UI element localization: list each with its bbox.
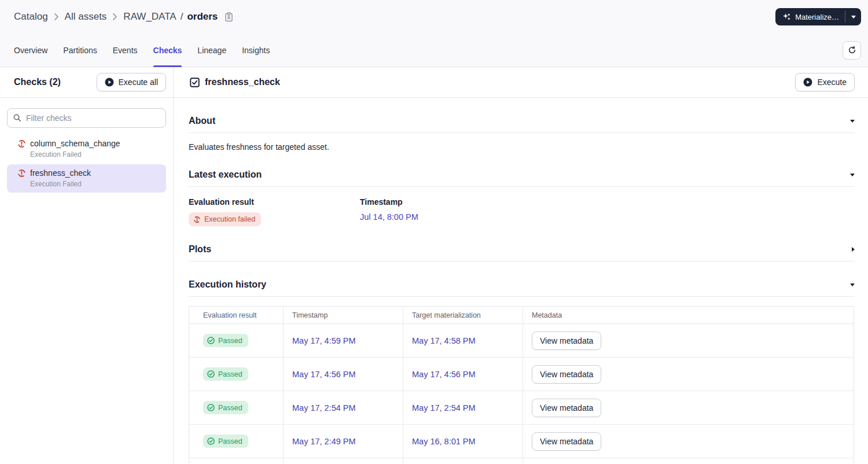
- play-icon: [105, 78, 114, 87]
- sparkle-icon: [782, 13, 791, 21]
- chevron-right-icon: [54, 13, 59, 21]
- check-item-status: Execution Failed: [17, 150, 161, 159]
- breadcrumb-row: Catalog All assets RAW_DATA / orders: [0, 0, 868, 34]
- breadcrumb-asset-name: orders: [187, 11, 218, 23]
- latest-timestamp-link[interactable]: Jul 14, 8:00 PM: [360, 212, 418, 222]
- table-header-row: Evaluation result Timestamp Target mater…: [189, 307, 854, 324]
- sidebar-item-freshness-check[interactable]: freshness_check Execution Failed: [7, 164, 166, 193]
- chevron-down-icon: [851, 16, 856, 19]
- breadcrumb: Catalog All assets RAW_DATA / orders: [14, 11, 233, 23]
- check-detail-header: freshness_check Execute: [174, 67, 868, 98]
- tab-overview[interactable]: Overview: [14, 34, 47, 67]
- breadcrumb-catalog[interactable]: Catalog: [14, 11, 48, 23]
- target-materialization-link[interactable]: May 17, 4:58 PM: [412, 336, 476, 345]
- execution-history-section-header: Execution history: [189, 279, 855, 290]
- check-circle-icon: [207, 404, 215, 411]
- execution-failed-badge-label: Execution failed: [204, 215, 255, 223]
- table-row-partial: [189, 458, 854, 463]
- sidebar-header: Checks (2) Execute all: [0, 67, 173, 98]
- evaluation-result-cell: Passed: [189, 391, 284, 424]
- passed-badge-label: Passed: [218, 337, 242, 345]
- about-heading: About: [189, 116, 215, 126]
- table-row: Passed May 17, 4:59 PM May 17, 4:58 PM V…: [189, 324, 854, 358]
- section-divider: [189, 186, 855, 187]
- view-metadata-button[interactable]: View metadata: [532, 332, 601, 350]
- check-item-name: column_schema_change: [30, 139, 120, 148]
- execute-all-label: Execute all: [119, 78, 158, 87]
- check-item-top: column_schema_change: [17, 139, 161, 148]
- column-header-target-materialization: Target materialization: [403, 307, 523, 323]
- checks-sidebar: Checks (2) Execute all: [0, 67, 174, 464]
- column-header-metadata: Metadata: [523, 307, 854, 323]
- column-header-timestamp: Timestamp: [284, 307, 403, 323]
- target-materialization-link[interactable]: May 17, 2:54 PM: [412, 403, 476, 413]
- plots-heading: Plots: [189, 244, 211, 255]
- latest-execution-grid: Evaluation result: [189, 197, 855, 226]
- filter-checks-input[interactable]: [7, 108, 166, 128]
- passed-badge: Passed: [203, 367, 248, 381]
- check-circle-icon: [207, 370, 215, 378]
- view-metadata-button[interactable]: View metadata: [532, 365, 601, 384]
- materialize-button-group: Materialize…: [775, 8, 861, 25]
- chevron-right-icon: [112, 13, 117, 21]
- latest-execution-section-header: Latest execution: [189, 170, 855, 180]
- timestamp-link[interactable]: May 17, 2:49 PM: [292, 437, 356, 446]
- app-root: Catalog All assets RAW_DATA / orders: [0, 0, 868, 464]
- chevron-down-icon[interactable]: [850, 174, 855, 176]
- breadcrumb-asset-group[interactable]: RAW_DATA: [123, 11, 176, 23]
- section-divider: [189, 261, 855, 262]
- tab-insights[interactable]: Insights: [242, 34, 270, 67]
- tab-partitions[interactable]: Partitions: [63, 34, 97, 67]
- tabs: Overview Partitions Events Checks Lineag…: [14, 34, 270, 67]
- column-header-evaluation-result: Evaluation result: [189, 307, 284, 323]
- filter-input-wrap: [7, 108, 166, 128]
- execution-failed-icon: [17, 139, 26, 148]
- materialize-button[interactable]: Materialize…: [775, 8, 845, 25]
- execution-history-heading: Execution history: [189, 279, 266, 290]
- timestamp-field: Timestamp Jul 14, 8:00 PM: [360, 197, 855, 226]
- evaluation-result-label: Evaluation result: [189, 197, 360, 207]
- passed-badge-label: Passed: [218, 370, 242, 378]
- table-row: Passed May 17, 4:56 PM May 17, 4:56 PM V…: [189, 358, 854, 391]
- check-item-name: freshness_check: [30, 168, 91, 178]
- execute-button[interactable]: Execute: [795, 73, 855, 91]
- copy-clipboard-icon[interactable]: [225, 12, 233, 22]
- check-title: freshness_check: [205, 77, 280, 87]
- search-icon: [13, 113, 21, 124]
- timestamp-link[interactable]: May 17, 4:59 PM: [292, 336, 356, 345]
- tab-bar: Overview Partitions Events Checks Lineag…: [0, 34, 868, 67]
- refresh-button[interactable]: [843, 41, 861, 60]
- tab-events[interactable]: Events: [113, 34, 138, 67]
- chevron-down-icon[interactable]: [850, 120, 855, 123]
- execution-failed-icon: [193, 216, 201, 223]
- breadcrumb-current: RAW_DATA / orders: [123, 11, 218, 23]
- section-divider: [189, 296, 855, 297]
- breadcrumb-all-assets[interactable]: All assets: [65, 11, 107, 23]
- timestamp-label: Timestamp: [360, 197, 855, 207]
- target-materialization-link[interactable]: May 17, 4:56 PM: [412, 370, 476, 379]
- evaluation-result-field: Evaluation result: [189, 197, 360, 226]
- execute-label: Execute: [817, 78, 847, 87]
- execute-all-button[interactable]: Execute all: [97, 73, 166, 91]
- evaluation-result-cell: Passed: [189, 358, 284, 391]
- check-item-top: freshness_check: [17, 168, 161, 178]
- sidebar-item-column-schema-change[interactable]: column_schema_change Execution Failed: [7, 135, 166, 163]
- check-detail-panel: freshness_check Execute About Evaluates …: [174, 67, 868, 464]
- chevron-down-icon[interactable]: [850, 283, 855, 286]
- view-metadata-button[interactable]: View metadata: [532, 432, 601, 451]
- play-icon: [803, 78, 812, 87]
- check-detail-content: About Evaluates freshness for targeted a…: [174, 98, 868, 464]
- passed-badge: Passed: [203, 334, 248, 347]
- chevron-right-icon[interactable]: [852, 247, 855, 252]
- tab-checks[interactable]: Checks: [153, 34, 182, 67]
- evaluation-result-cell: Passed: [189, 425, 284, 458]
- timestamp-link[interactable]: May 17, 2:54 PM: [292, 403, 356, 413]
- materialize-dropdown-button[interactable]: [845, 8, 861, 25]
- materialize-button-label: Materialize…: [795, 13, 839, 21]
- timestamp-link[interactable]: May 17, 4:56 PM: [292, 370, 356, 379]
- section-divider: [189, 132, 855, 133]
- view-metadata-button[interactable]: View metadata: [532, 399, 601, 417]
- target-materialization-link[interactable]: May 16, 8:01 PM: [412, 437, 476, 446]
- tab-lineage[interactable]: Lineage: [197, 34, 226, 67]
- passed-badge: Passed: [203, 401, 248, 414]
